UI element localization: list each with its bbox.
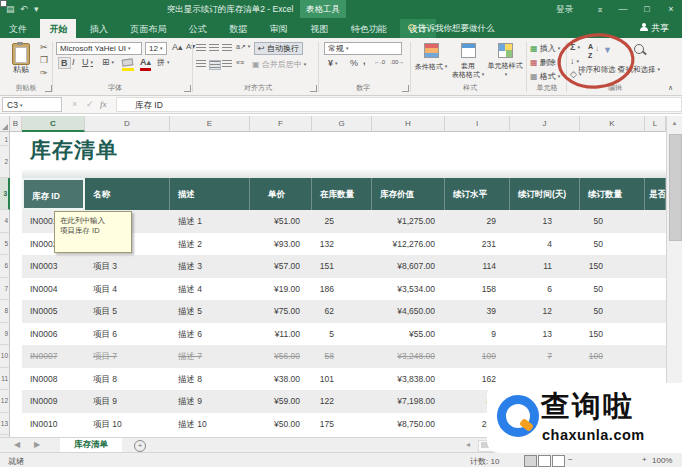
align-center-icon[interactable] xyxy=(209,60,221,70)
zoom-in-icon[interactable]: + xyxy=(642,455,647,464)
select-all-button[interactable] xyxy=(0,116,10,132)
number-format-select[interactable]: 常规 xyxy=(324,42,402,55)
increase-decimal-icon[interactable]: ←.0 xyxy=(374,59,385,65)
sort-filter-icon[interactable]: AZ ↓ ▼ xyxy=(588,42,612,62)
copy-icon[interactable]: ❐ xyxy=(40,55,48,65)
styles-group-label: 样式 xyxy=(455,83,485,93)
currency-format-icon[interactable]: ¥ xyxy=(328,58,338,68)
scroll-up-icon[interactable]: ▲ xyxy=(667,120,682,126)
prev-sheet-icon[interactable]: ◀ xyxy=(14,438,20,452)
alignment-dialog-launcher-icon[interactable] xyxy=(310,85,317,92)
normal-view-icon[interactable] xyxy=(524,455,537,467)
font-color-icon[interactable]: A▴ xyxy=(140,57,151,67)
clipboard-dialog-launcher-icon[interactable] xyxy=(45,85,52,92)
align-left-icon[interactable] xyxy=(196,60,206,68)
vertical-scroll-thumb[interactable] xyxy=(669,134,682,241)
tab-review[interactable]: 审阅 xyxy=(261,19,297,39)
column-header-E[interactable]: E xyxy=(170,116,250,132)
delete-cells-button[interactable]: ▦ 删除 xyxy=(530,57,560,68)
tab-view[interactable]: 视图 xyxy=(301,19,337,39)
fx-icon[interactable]: fx xyxy=(100,96,107,112)
column-header-H[interactable]: H xyxy=(372,116,445,132)
font-family-select[interactable]: Microsoft YaHei UI xyxy=(56,42,142,55)
phonetic-guide-icon[interactable]: 拼 xyxy=(157,57,170,68)
tab-formulas[interactable]: 公式 xyxy=(180,19,216,39)
align-right-icon[interactable] xyxy=(222,60,232,68)
font-dialog-launcher-icon[interactable] xyxy=(184,85,191,92)
autosum-icon[interactable]: Σ xyxy=(570,42,580,52)
new-sheet-icon[interactable]: + xyxy=(134,440,146,452)
align-top-icon[interactable] xyxy=(196,44,206,52)
share-button[interactable]: 共享 xyxy=(640,18,669,38)
page-break-view-icon[interactable] xyxy=(552,455,565,467)
bold-button[interactable]: B xyxy=(58,57,71,69)
column-header-K[interactable]: K xyxy=(580,116,645,132)
cut-icon[interactable]: ✂ xyxy=(40,42,48,52)
wrap-text-button[interactable]: ↩ 自动换行 xyxy=(254,42,303,55)
column-header-D[interactable]: D xyxy=(85,116,170,132)
fill-color-icon[interactable] xyxy=(122,58,134,66)
conditional-formatting-button[interactable]: 条件格式 xyxy=(413,43,449,71)
ribbon-display-options-icon[interactable]: ⌅ xyxy=(592,0,608,18)
tab-data[interactable]: 数据 xyxy=(220,19,256,39)
column-header-B[interactable]: B xyxy=(10,116,22,132)
save-icon[interactable]: ▤ xyxy=(6,0,15,18)
percent-format-icon[interactable]: % xyxy=(350,58,358,68)
tab-home[interactable]: 开始 xyxy=(40,19,76,39)
format-cells-button[interactable]: ▦ 格式 xyxy=(530,71,560,82)
merge-center-button[interactable]: ▣ 合并后居中 xyxy=(252,59,306,70)
page-layout-view-icon[interactable] xyxy=(538,455,551,467)
find-select-button[interactable]: 查找和选择 xyxy=(618,65,660,75)
sort-filter-button[interactable]: 排序和筛选 xyxy=(578,65,620,75)
hscroll-left-icon[interactable]: ◂ xyxy=(466,438,470,452)
tab-special-features[interactable]: 特色功能 xyxy=(342,19,396,39)
qat-customize-icon[interactable]: ▾ xyxy=(34,0,39,18)
minimize-button[interactable]: — xyxy=(612,0,634,18)
column-header-G[interactable]: G xyxy=(312,116,372,132)
align-middle-icon[interactable] xyxy=(209,44,219,52)
number-dialog-launcher-icon[interactable] xyxy=(402,85,409,92)
grow-font-icon[interactable]: A▴ xyxy=(172,42,183,52)
sign-in-button[interactable]: 登录 xyxy=(556,0,573,18)
collapse-ribbon-icon[interactable]: ∧ xyxy=(668,84,673,92)
cancel-icon[interactable]: × xyxy=(72,96,77,112)
find-select-icon[interactable] xyxy=(634,44,644,54)
decrease-indent-icon[interactable]: «≡ xyxy=(236,59,244,66)
italic-button[interactable]: I xyxy=(72,57,75,67)
comma-format-icon[interactable]: , xyxy=(363,56,366,66)
name-box[interactable]: C3 xyxy=(2,97,62,112)
font-size-select[interactable]: 12 xyxy=(145,42,167,55)
column-header-J[interactable]: J xyxy=(510,116,580,132)
zoom-out-icon[interactable]: − xyxy=(568,455,573,464)
next-sheet-icon[interactable]: ▶ xyxy=(34,438,40,452)
orientation-icon[interactable]: a↗ xyxy=(236,43,250,51)
format-painter-icon[interactable]: ✑ xyxy=(40,68,48,78)
enter-icon[interactable]: ✓ xyxy=(86,96,94,112)
zoom-level[interactable]: 100% xyxy=(652,456,672,465)
tab-insert[interactable]: 插入 xyxy=(81,19,117,39)
ribbon-tab-strip: 文件 开始 插入 页面布局 公式 数据 审阅 视图 特色功能 设计 告诉我你想要… xyxy=(0,18,682,38)
column-header-I[interactable]: I xyxy=(445,116,510,132)
align-bottom-icon[interactable] xyxy=(222,44,232,52)
maximize-button[interactable]: □ xyxy=(636,0,658,18)
column-header-F[interactable]: F xyxy=(250,116,312,132)
shrink-font-icon[interactable]: A▾ xyxy=(186,42,195,51)
formula-input[interactable]: 库存 ID xyxy=(116,97,682,112)
underline-button[interactable]: U xyxy=(82,57,93,67)
tell-me-box[interactable]: 告诉我你想要做什么 xyxy=(408,18,495,38)
tab-file[interactable]: 文件 xyxy=(0,19,36,39)
sheet-title: 库存清单 xyxy=(30,136,118,164)
insert-cells-button[interactable]: ▦ 插入 xyxy=(530,43,560,54)
column-header-C[interactable]: C xyxy=(22,116,85,132)
tab-page-layout[interactable]: 页面布局 xyxy=(121,19,175,39)
paste-icon[interactable] xyxy=(12,43,30,65)
paste-button[interactable]: 粘贴 xyxy=(6,64,36,75)
decrease-decimal-icon[interactable]: .00→ xyxy=(390,59,404,65)
column-header-L[interactable]: L xyxy=(645,116,666,132)
person-icon xyxy=(640,23,648,31)
format-as-table-button[interactable]: 套用 表格格式 xyxy=(450,43,486,79)
cell-styles-button[interactable]: 单元格样式 xyxy=(487,43,523,79)
undo-icon[interactable]: ↶ xyxy=(20,0,28,18)
borders-icon[interactable]: ⊞ xyxy=(102,57,114,67)
close-button[interactable]: × xyxy=(660,0,682,18)
